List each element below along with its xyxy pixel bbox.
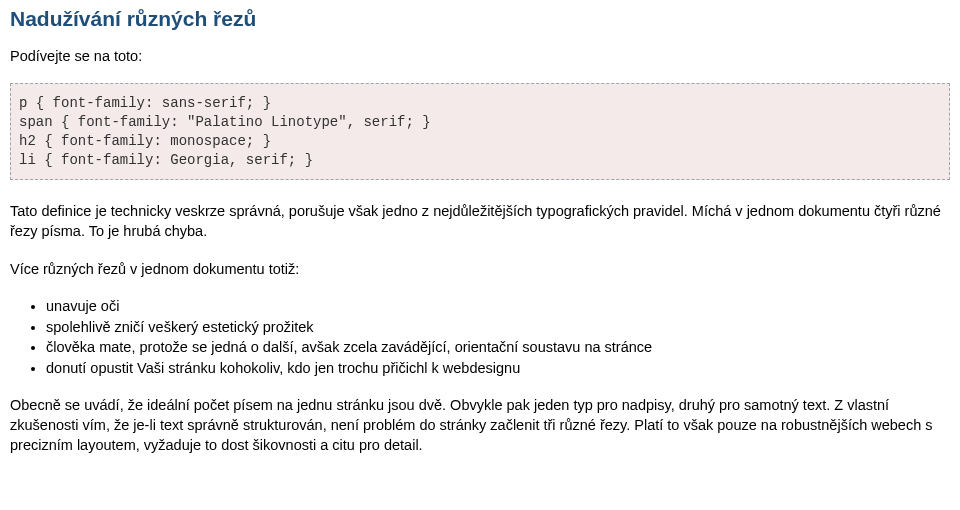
list-item: člověka mate, protože se jedná o další, …: [46, 338, 950, 358]
heading: Nadužívání různých řezů: [10, 5, 950, 33]
paragraph-1: Tato definice je technicky veskrze správ…: [10, 202, 950, 241]
list-item: donutí opustit Vaši stránku kohokoliv, k…: [46, 359, 950, 379]
code-block: p { font-family: sans-serif; } span { fo…: [10, 83, 950, 181]
list-item: unavuje oči: [46, 297, 950, 317]
intro-text: Podívejte se na toto:: [10, 47, 950, 67]
footer-paragraph: Obecně se uvádí, že ideální počet písem …: [10, 396, 950, 455]
bullet-list: unavuje oči spolehlivě zničí veškerý est…: [10, 297, 950, 378]
paragraph-2: Více různých řezů v jednom dokumentu tot…: [10, 260, 950, 280]
list-item: spolehlivě zničí veškerý estetický proži…: [46, 318, 950, 338]
